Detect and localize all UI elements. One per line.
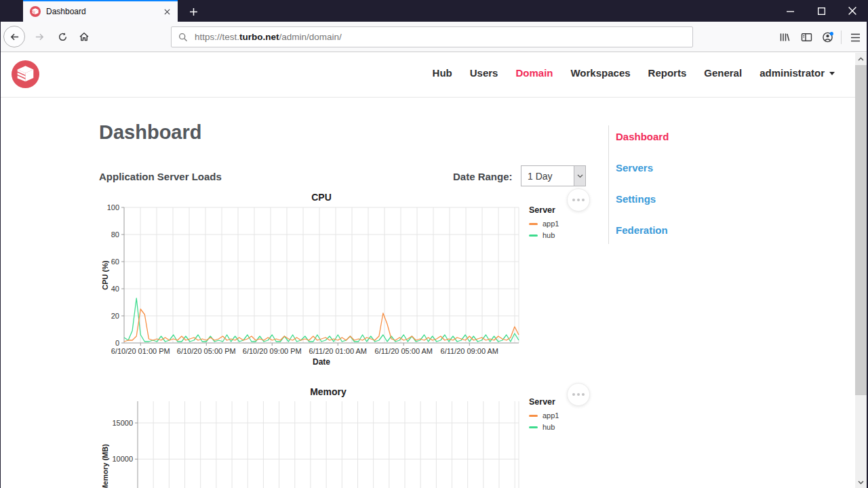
side-menu-item-settings[interactable]: Settings bbox=[616, 193, 744, 205]
legend-item-app1: app1 bbox=[529, 411, 590, 420]
nav-item-general[interactable]: General bbox=[704, 67, 742, 79]
legend-item-app1: app1 bbox=[529, 220, 590, 228]
browser-toolbar: https://test.turbo.net/admin/domain/ bbox=[0, 22, 868, 52]
nav-item-label: Hub bbox=[433, 67, 452, 79]
window-close-button[interactable] bbox=[837, 0, 868, 22]
page-scrollbar[interactable] bbox=[855, 53, 867, 488]
x-tick-label: 6/10/20 05:00 PM bbox=[177, 347, 236, 355]
legend-label: app1 bbox=[542, 411, 559, 420]
legend-swatch bbox=[529, 415, 538, 417]
main-nav: HubUsersDomainWorkspacesReportsGeneralad… bbox=[433, 67, 835, 79]
browser-tab[interactable]: Dashboard bbox=[23, 0, 178, 22]
toolbar-separator bbox=[841, 30, 842, 44]
x-tick-label: 6/11/20 09:00 AM bbox=[441, 347, 498, 355]
side-menu-item-dashboard[interactable]: Dashboard bbox=[616, 131, 744, 142]
nav-item-workspaces[interactable]: Workspaces bbox=[570, 67, 630, 79]
turbo-logo-icon[interactable] bbox=[12, 60, 39, 88]
cpu-chart-menu-button[interactable] bbox=[567, 188, 590, 211]
date-range-select[interactable]: 1 Day bbox=[521, 165, 586, 186]
side-menu-item-servers[interactable]: Servers bbox=[616, 162, 744, 174]
scrollbar-thumb[interactable] bbox=[855, 65, 867, 395]
legend-label: hub bbox=[542, 231, 555, 239]
tab-title: Dashboard bbox=[46, 7, 161, 16]
y-tick-label: 10000 bbox=[112, 455, 133, 463]
account-button[interactable] bbox=[818, 28, 837, 47]
scrollbar-down-icon[interactable] bbox=[855, 476, 867, 488]
library-button[interactable] bbox=[775, 28, 794, 47]
legend-item-hub: hub bbox=[529, 423, 590, 431]
section-title: Application Server Loads bbox=[99, 171, 222, 182]
legend-swatch bbox=[529, 426, 538, 428]
nav-item-label: administrator bbox=[760, 67, 825, 79]
series-hub bbox=[124, 298, 519, 342]
nav-item-hub[interactable]: Hub bbox=[433, 67, 452, 79]
x-tick-label: 6/10/20 09:00 PM bbox=[243, 347, 302, 355]
nav-item-users[interactable]: Users bbox=[470, 67, 498, 79]
turbo-favicon-icon bbox=[30, 6, 41, 17]
nav-item-administrator[interactable]: administrator bbox=[760, 67, 835, 79]
date-range-value: 1 Day bbox=[521, 171, 574, 182]
nav-item-label: Domain bbox=[515, 67, 553, 79]
y-tick-label: 15000 bbox=[112, 419, 133, 427]
legend-swatch bbox=[529, 235, 538, 237]
page-title: Dashboard bbox=[99, 121, 201, 144]
site-header: HubUsersDomainWorkspacesReportsGeneralad… bbox=[1, 52, 855, 98]
legend-label: app1 bbox=[542, 220, 559, 228]
side-menu: DashboardServersSettingsFederation bbox=[608, 125, 744, 244]
y-axis-title: CPU (%) bbox=[101, 260, 109, 290]
url-bar[interactable]: https://test.turbo.net/admin/domain/ bbox=[171, 26, 693, 47]
y-tick-label: 20 bbox=[111, 312, 119, 320]
sidebar-toggle-button[interactable] bbox=[797, 28, 816, 47]
search-icon bbox=[178, 33, 188, 42]
x-axis-title: Date bbox=[313, 357, 330, 367]
url-text: https://test.turbo.net/admin/domain/ bbox=[195, 32, 342, 42]
y-tick-label: 60 bbox=[111, 258, 119, 266]
memory-chart-menu-button[interactable] bbox=[567, 383, 590, 406]
chevron-down-icon bbox=[829, 72, 835, 75]
date-range-label: Date Range: bbox=[453, 171, 513, 182]
window-maximize-button[interactable] bbox=[806, 0, 837, 22]
window-controls bbox=[774, 0, 868, 22]
chevron-down-icon bbox=[574, 166, 585, 186]
nav-item-label: Users bbox=[470, 67, 498, 79]
legend-label: hub bbox=[542, 423, 555, 431]
notification-dot bbox=[830, 32, 833, 35]
back-button[interactable] bbox=[3, 26, 25, 47]
nav-item-label: Workspaces bbox=[570, 67, 630, 79]
reload-button[interactable] bbox=[52, 26, 73, 47]
y-axis-title: Memory (MB) bbox=[101, 444, 109, 488]
nav-item-reports[interactable]: Reports bbox=[648, 67, 687, 79]
nav-item-domain[interactable]: Domain bbox=[515, 67, 553, 79]
scrollbar-up-icon[interactable] bbox=[855, 53, 867, 64]
x-tick-label: 6/11/20 01:00 AM bbox=[309, 347, 367, 355]
home-button[interactable] bbox=[73, 26, 95, 47]
browser-window: Dashboard bbox=[0, 0, 868, 488]
y-tick-label: 80 bbox=[111, 230, 119, 239]
memory-chart: 1000015000Memory (MB) bbox=[99, 396, 533, 488]
x-tick-label: 6/11/20 05:00 AM bbox=[375, 347, 433, 355]
x-tick-label: 6/10/20 01:00 PM bbox=[111, 347, 170, 355]
series-app1 bbox=[124, 309, 519, 342]
legend-swatch bbox=[529, 223, 538, 225]
y-tick-label: 0 bbox=[115, 339, 119, 347]
new-tab-button[interactable] bbox=[184, 3, 202, 20]
cpu-chart: 0204060801006/10/20 01:00 PM6/10/20 05:0… bbox=[99, 202, 533, 369]
y-tick-label: 100 bbox=[107, 203, 119, 211]
browser-titlebar: Dashboard bbox=[0, 0, 868, 22]
window-minimize-button[interactable] bbox=[774, 0, 806, 22]
nav-item-label: Reports bbox=[648, 67, 687, 79]
cpu-chart-title: CPU bbox=[124, 192, 519, 203]
legend-item-hub: hub bbox=[529, 231, 590, 239]
nav-item-label: General bbox=[704, 67, 742, 79]
forward-button[interactable] bbox=[28, 26, 50, 47]
side-menu-item-federation[interactable]: Federation bbox=[616, 224, 744, 236]
menu-button[interactable] bbox=[846, 28, 865, 47]
tab-close-icon[interactable] bbox=[161, 6, 172, 17]
y-tick-label: 40 bbox=[111, 285, 119, 293]
